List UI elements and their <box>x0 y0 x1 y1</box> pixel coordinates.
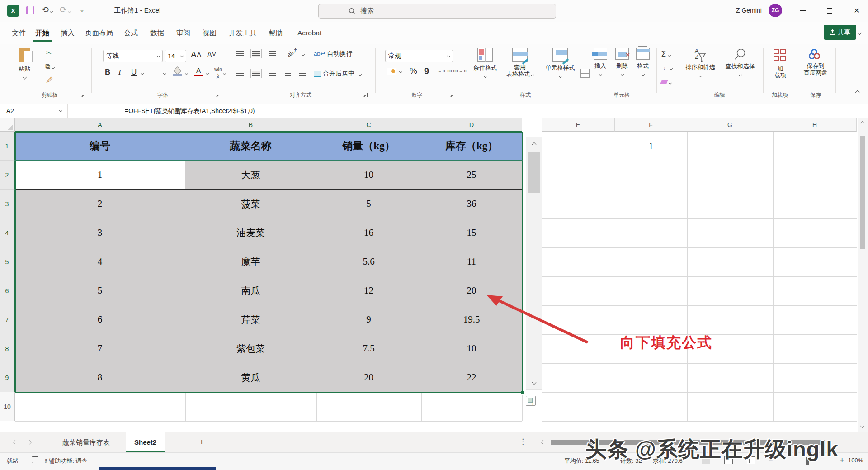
fill-color-menu-icon[interactable] <box>185 72 188 75</box>
cell-B4[interactable]: 油麦菜 <box>185 218 316 247</box>
collapse-ribbon-icon[interactable] <box>856 88 859 96</box>
format-painter-icon[interactable]: 🖉 <box>46 76 53 84</box>
increase-indent-icon[interactable] <box>299 71 306 76</box>
row-header-4[interactable]: 4 <box>0 218 15 247</box>
bottom-align-icon[interactable] <box>269 51 276 57</box>
cut-icon[interactable]: ✂ <box>46 49 52 57</box>
cell-B6[interactable]: 南瓜 <box>185 276 316 305</box>
ribbon-tab-插入[interactable]: 插入 <box>58 26 77 42</box>
ribbon-tab-帮助[interactable]: 帮助 <box>266 26 285 42</box>
ribbon-tab-开发工具[interactable]: 开发工具 <box>226 26 259 42</box>
align-right-icon[interactable] <box>269 71 276 76</box>
cell-A1[interactable]: 编号 <box>15 132 185 161</box>
cell-D9[interactable]: 22 <box>421 363 522 392</box>
font-color-icon[interactable]: A <box>194 67 203 75</box>
autosum-icon[interactable]: Σ <box>661 49 670 58</box>
format-as-table-button[interactable]: 套用 表格格式 <box>503 48 537 77</box>
name-box[interactable]: A2 <box>0 104 68 118</box>
cell-A2[interactable]: 1 <box>15 161 185 190</box>
search-input[interactable]: 搜索 <box>318 4 556 19</box>
cell-C8[interactable]: 7.5 <box>316 334 421 363</box>
delete-cells-button[interactable]: × 删除 <box>612 48 632 77</box>
copy-icon[interactable]: ⧉ <box>45 62 54 71</box>
ribbon-options-icon[interactable] <box>858 28 861 36</box>
cell-C2[interactable]: 10 <box>316 161 421 190</box>
cell-B7[interactable]: 芹菜 <box>185 305 316 334</box>
mini-scroll-up-icon[interactable] <box>526 137 542 150</box>
cell-D5[interactable]: 11 <box>421 247 522 276</box>
save-icon[interactable] <box>26 6 34 14</box>
cell-D6[interactable]: 20 <box>421 276 522 305</box>
mini-vertical-scrollbar[interactable] <box>526 137 542 390</box>
close-button[interactable]: × <box>846 0 867 21</box>
column-header-A[interactable]: A <box>15 118 185 132</box>
borders-menu-icon[interactable] <box>163 72 166 75</box>
sort-filter-button[interactable]: AZ 排序和筛选 <box>681 48 720 78</box>
cell-D8[interactable]: 10 <box>421 334 522 363</box>
cell-D1[interactable]: 库存（kg） <box>421 132 522 161</box>
conditional-formatting-button[interactable]: 条件格式 <box>469 48 501 79</box>
orientation-icon[interactable]: ab↗ <box>286 46 299 58</box>
clear-icon[interactable] <box>661 78 671 86</box>
cell-B1[interactable]: 蔬菜名称 <box>185 132 316 161</box>
share-button[interactable]: 共享 <box>824 25 856 40</box>
cell-C5[interactable]: 5.6 <box>316 247 421 276</box>
orientation-menu-icon[interactable] <box>302 53 305 56</box>
decrease-indent-icon[interactable] <box>285 71 291 76</box>
save-to-netdisk-button[interactable]: 保存到 百度网盘 <box>799 49 832 76</box>
fill-color-icon[interactable] <box>173 68 182 74</box>
comma-style-icon[interactable]: 9 <box>424 66 429 76</box>
addins-button[interactable]: 加 载项 <box>768 49 793 79</box>
column-header-F[interactable]: F <box>615 118 687 132</box>
alignment-dialog-launcher-icon[interactable] <box>363 93 368 97</box>
fill-icon[interactable]: ↓ <box>661 63 672 71</box>
font-dialog-launcher-icon[interactable] <box>216 93 220 97</box>
ribbon-tab-公式[interactable]: 公式 <box>121 26 141 42</box>
scroll-left-icon[interactable] <box>541 440 546 445</box>
phonetic-menu-icon[interactable] <box>223 72 226 75</box>
cell-A5[interactable]: 4 <box>15 247 185 276</box>
account-name[interactable]: Z Gemini <box>736 7 762 14</box>
accounting-menu-icon[interactable] <box>399 70 402 73</box>
cell-A4[interactable]: 3 <box>15 218 185 247</box>
middle-align-icon[interactable] <box>252 51 260 57</box>
row-header-6[interactable]: 6 <box>0 276 15 305</box>
excel-app-icon[interactable]: X <box>7 5 19 17</box>
fill-handle[interactable] <box>521 391 525 395</box>
merge-center-button[interactable]: 合并后居中 <box>314 70 361 78</box>
ribbon-tab-审阅[interactable]: 审阅 <box>174 26 193 42</box>
mini-scroll-thumb[interactable] <box>528 152 540 193</box>
row-header-10[interactable]: 10 <box>0 392 15 421</box>
column-header-G[interactable]: G <box>687 118 773 132</box>
vertical-scrollbar[interactable] <box>858 118 868 432</box>
cell-A9[interactable]: 8 <box>15 363 185 392</box>
increase-font-icon[interactable]: A˄ <box>191 50 202 60</box>
format-cells-button[interactable]: 格式 <box>633 48 653 77</box>
cell-A3[interactable]: 2 <box>15 190 185 218</box>
prev-sheet-icon[interactable] <box>13 440 18 445</box>
row-header-7[interactable]: 7 <box>0 305 15 334</box>
wrap-text-button[interactable]: ab↩ 自动换行 <box>314 50 352 58</box>
row-header-8[interactable]: 8 <box>0 334 15 363</box>
ribbon-tab-开始[interactable]: 开始 <box>33 26 52 42</box>
cell-F1[interactable]: 1 <box>615 132 687 161</box>
scroll-up-icon[interactable] <box>860 121 865 126</box>
bold-button[interactable]: B <box>105 68 110 77</box>
row-header-2[interactable]: 2 <box>0 161 15 190</box>
increase-decimal-icon[interactable]: ←.0 .00 <box>438 69 452 73</box>
percent-style-icon[interactable]: % <box>410 66 417 76</box>
row-header-1[interactable]: 1 <box>0 132 15 161</box>
cell-D7[interactable]: 19.5 <box>421 305 522 334</box>
customize-qat-icon[interactable]: ⌄ <box>80 6 85 13</box>
cell-B9[interactable]: 黄瓜 <box>185 363 316 392</box>
ribbon-tab-数据[interactable]: 数据 <box>147 26 167 42</box>
font-name-select[interactable]: 等线 <box>103 50 163 62</box>
cell-B3[interactable]: 菠菜 <box>185 190 316 218</box>
maximize-button[interactable] <box>819 0 840 21</box>
accounting-format-icon[interactable] <box>387 68 396 75</box>
avatar[interactable]: ZG <box>769 4 782 17</box>
cell-A7[interactable]: 6 <box>15 305 185 334</box>
accessibility-status[interactable]: 🯅 辅助功能: 调查 <box>44 457 87 465</box>
formula-input[interactable]: =OFFSET(蔬菜销量库存表!A1,Sheet2!$F$1,0) <box>125 104 255 118</box>
underline-button[interactable]: U <box>131 68 137 77</box>
